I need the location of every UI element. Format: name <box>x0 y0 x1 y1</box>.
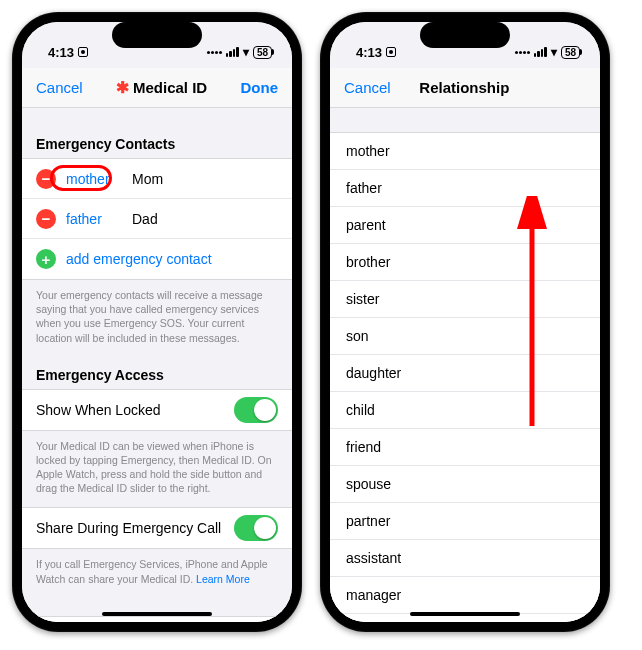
screen-record-icon <box>386 47 396 57</box>
page-title: ✱ Medical ID <box>116 79 207 96</box>
relationship-option[interactable]: father <box>330 170 600 207</box>
emergency-access-header: Emergency Access <box>22 357 292 389</box>
share-during-call-row[interactable]: Share During Emergency Call <box>22 508 292 548</box>
relationship-option[interactable]: sister <box>330 281 600 318</box>
share-during-call-toggle[interactable] <box>234 515 278 541</box>
contacts-footer: Your emergency contacts will receive a m… <box>22 280 292 357</box>
nav-bar: Cancel ✱ Medical ID Done <box>22 68 292 108</box>
relationship-option[interactable]: son <box>330 318 600 355</box>
wifi-icon: ▾ <box>243 45 249 59</box>
add-contact-label: add emergency contact <box>66 251 212 267</box>
relationship-option[interactable]: friend <box>330 429 600 466</box>
nav-bar: Cancel Relationship <box>330 68 600 108</box>
add-icon[interactable]: + <box>36 249 56 269</box>
show-when-locked-row[interactable]: Show When Locked <box>22 390 292 430</box>
cancel-button[interactable]: Cancel <box>344 79 391 96</box>
share-call-footer: If you call Emergency Services, iPhone a… <box>22 549 292 597</box>
relationship-option[interactable]: assistant <box>330 540 600 577</box>
status-time: 4:13 <box>356 45 382 60</box>
remove-icon[interactable]: − <box>36 209 56 229</box>
remove-icon[interactable]: − <box>36 169 56 189</box>
cellular-secondary-icon <box>207 51 222 54</box>
cellular-icon <box>534 47 547 57</box>
page-title: Relationship <box>419 79 509 96</box>
emergency-contacts-group: − mother Mom − father Dad + add emergenc… <box>22 158 292 280</box>
cellular-icon <box>226 47 239 57</box>
show-locked-footer: Your Medical ID can be viewed when iPhon… <box>22 431 292 508</box>
relationship-option[interactable]: daughter <box>330 355 600 392</box>
contact-relationship[interactable]: father <box>66 211 132 227</box>
done-button[interactable]: Done <box>240 79 278 96</box>
emergency-contacts-header: Emergency Contacts <box>22 108 292 158</box>
status-time: 4:13 <box>48 45 74 60</box>
contact-name: Mom <box>132 171 163 187</box>
show-when-locked-label: Show When Locked <box>36 402 161 418</box>
contact-row[interactable]: − father Dad <box>22 199 292 239</box>
home-indicator[interactable] <box>410 612 520 616</box>
screen-record-icon <box>78 47 88 57</box>
dynamic-island <box>112 22 202 48</box>
relationship-option[interactable]: brother <box>330 244 600 281</box>
relationship-option[interactable]: mother <box>330 133 600 170</box>
learn-more-link[interactable]: Learn More <box>196 573 250 585</box>
add-contact-row[interactable]: + add emergency contact <box>22 239 292 279</box>
medical-asterisk-icon: ✱ <box>116 80 129 96</box>
home-indicator[interactable] <box>102 612 212 616</box>
battery-icon: 58 <box>253 46 272 59</box>
cellular-secondary-icon <box>515 51 530 54</box>
relationship-option[interactable]: child <box>330 392 600 429</box>
contact-row[interactable]: − mother Mom <box>22 159 292 199</box>
battery-icon: 58 <box>561 46 580 59</box>
dynamic-island <box>420 22 510 48</box>
phone-right: 4:13 ▾ 58 Cancel Relationship motherfath… <box>320 12 610 632</box>
relationship-option[interactable]: parent <box>330 207 600 244</box>
delete-medical-id-button[interactable]: Delete Medical ID <box>22 616 292 622</box>
phone-left: 4:13 ▾ 58 Cancel ✱ Medical ID Done <box>12 12 302 632</box>
contact-relationship[interactable]: mother <box>66 171 132 187</box>
share-during-call-label: Share During Emergency Call <box>36 520 221 536</box>
relationship-option[interactable]: spouse <box>330 466 600 503</box>
contact-name: Dad <box>132 211 158 227</box>
relationship-list[interactable]: motherfatherparentbrothersistersondaught… <box>330 132 600 622</box>
show-when-locked-toggle[interactable] <box>234 397 278 423</box>
relationship-option[interactable]: manager <box>330 577 600 614</box>
relationship-option[interactable]: partner <box>330 503 600 540</box>
cancel-button[interactable]: Cancel <box>36 79 83 96</box>
wifi-icon: ▾ <box>551 45 557 59</box>
